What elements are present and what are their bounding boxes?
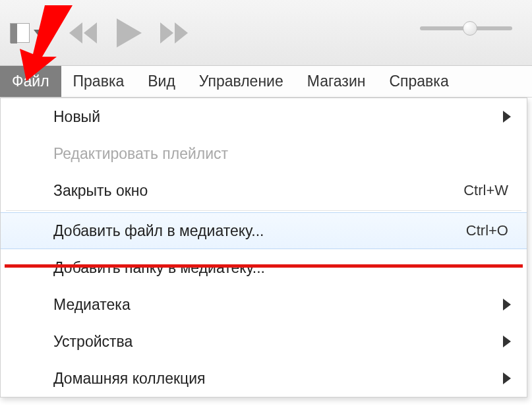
volume-slider[interactable] [420,26,512,30]
playback-toolbar [0,0,532,66]
menu-item-new[interactable]: Новый [1,98,527,135]
menu-help[interactable]: Справка [377,66,460,97]
next-track-button[interactable] [160,22,189,44]
shortcut-label: Ctrl+W [463,182,508,199]
play-button[interactable] [117,18,142,47]
menu-item-devices[interactable]: Устройства [1,323,527,360]
svg-marker-3 [117,18,142,47]
playback-controls [69,18,189,47]
menu-file[interactable]: Файл [0,66,61,97]
volume-thumb[interactable] [463,21,477,36]
svg-marker-8 [503,299,511,310]
menu-view[interactable]: Вид [136,66,187,97]
chevron-right-icon [503,336,511,347]
menu-store[interactable]: Магазин [295,66,378,97]
chevron-right-icon [503,299,511,310]
menu-item-add-folder[interactable]: Добавить папку в медиатеку... [1,249,527,286]
chevron-right-icon [503,372,511,384]
menu-item-close-window[interactable]: Закрыть окно Ctrl+W [1,172,527,209]
svg-marker-7 [503,111,511,123]
chevron-right-icon [503,111,511,123]
file-menu-dropdown: Новый Редактировать плейлист Закрыть окн… [0,98,527,397]
annotation-underline [5,264,523,268]
volume-track [420,26,512,30]
menu-controls[interactable]: Управление [187,66,295,97]
svg-marker-5 [175,22,188,44]
svg-marker-1 [69,22,82,44]
shortcut-label: Ctrl+O [466,222,508,239]
svg-marker-9 [503,336,511,347]
chevron-down-icon[interactable] [34,30,43,36]
menu-item-edit-playlist: Редактировать плейлист [1,135,527,172]
menu-separator [6,210,521,211]
svg-marker-4 [160,22,173,44]
previous-track-button[interactable] [69,22,98,44]
menu-edit[interactable]: Правка [61,66,136,97]
menu-item-home-sharing[interactable]: Домашняя коллекция [1,360,527,397]
menu-item-add-file[interactable]: Добавить файл в медиатеку... Ctrl+O [1,212,527,249]
svg-marker-0 [34,30,43,36]
svg-marker-2 [84,22,97,44]
svg-marker-10 [503,372,511,384]
menubar: Файл Правка Вид Управление Магазин Справ… [0,66,532,98]
menu-item-library[interactable]: Медиатека [1,286,527,323]
library-icon[interactable] [10,23,30,43]
